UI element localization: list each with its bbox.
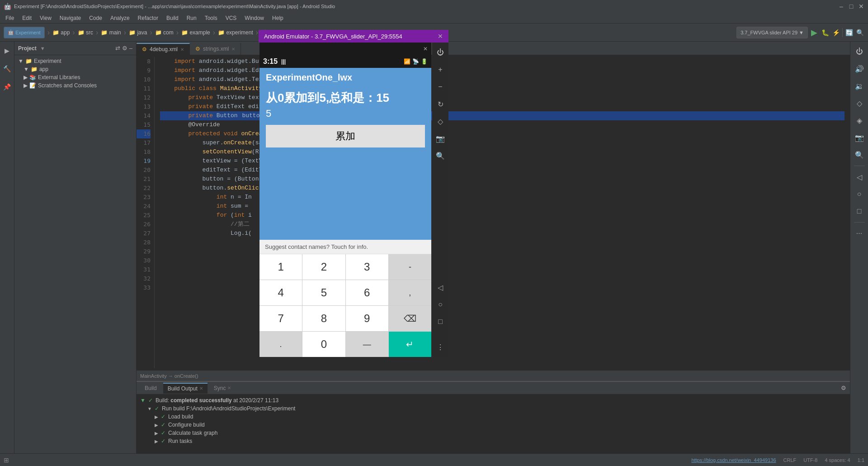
experiment-nav-breadcrumb[interactable]: 📁 experiment: [218, 29, 253, 36]
close-button[interactable]: ✕: [858, 3, 864, 10]
com-breadcrumb[interactable]: 📁 com: [155, 29, 174, 36]
settings-icon[interactable]: ⚙: [122, 45, 127, 52]
key-0[interactable]: 0: [302, 332, 345, 357]
emu-rotate-icon[interactable]: ↻: [434, 98, 447, 110]
menu-edit[interactable]: Edit: [19, 14, 35, 22]
more-icon[interactable]: ···: [853, 227, 866, 240]
sync-close[interactable]: ✕: [227, 385, 231, 390]
rotate-icon[interactable]: ◇: [853, 97, 866, 109]
tree-scratches[interactable]: ▶ 📝 Scratches and Consoles: [14, 81, 136, 90]
zoom-in-icon[interactable]: 🔍: [853, 148, 866, 161]
emu-power-icon[interactable]: ⏻: [434, 46, 447, 59]
settings-bottom-icon[interactable]: ⚙: [841, 385, 846, 391]
build-output-close[interactable]: ✕: [199, 386, 203, 391]
camera-icon[interactable]: 📷: [853, 131, 866, 144]
volume-up-icon[interactable]: 🔊: [853, 62, 866, 75]
key-enter[interactable]: ↵: [389, 332, 431, 357]
key-4[interactable]: 4: [259, 280, 302, 305]
menu-code[interactable]: Code: [85, 14, 106, 22]
tree-external-libs[interactable]: ▶ 📚 External Libraries: [14, 73, 136, 81]
key-6[interactable]: 6: [346, 280, 388, 305]
key-minus[interactable]: -: [389, 254, 431, 280]
main-breadcrumb[interactable]: 📁 main: [101, 29, 121, 36]
sync-project-icon[interactable]: ⇄: [115, 45, 120, 52]
example-breadcrumb[interactable]: 📁 example: [181, 29, 210, 36]
power-icon[interactable]: ⏻: [853, 45, 866, 58]
src-breadcrumb[interactable]: 📁 src: [78, 29, 93, 36]
expand-load-icon[interactable]: ▶: [155, 414, 158, 419]
key-5[interactable]: 5: [302, 280, 345, 305]
tab-build-output[interactable]: Build Output ✕: [163, 383, 208, 394]
emulator-device-x[interactable]: ✕: [423, 46, 428, 52]
tab-4debug[interactable]: ⚙ 4debug.xml ✕: [137, 43, 190, 55]
menu-vcs[interactable]: VCS: [222, 14, 241, 22]
experiment-breadcrumb[interactable]: 🤖 Experiment: [4, 27, 45, 38]
expand-run-icon[interactable]: ▼: [147, 406, 152, 411]
sync-button[interactable]: 🔄: [844, 28, 854, 37]
run-button[interactable]: ▶: [810, 28, 819, 37]
device-selector[interactable]: 3.7_FWVGA slider API 29 ▼: [736, 27, 808, 38]
expand-calc-icon[interactable]: ▶: [155, 431, 158, 436]
maximize-button[interactable]: □: [848, 3, 854, 10]
minimize-button[interactable]: –: [838, 3, 844, 10]
menu-navigate[interactable]: Navigate: [56, 14, 85, 22]
tab-strings[interactable]: ⚙ strings.xml ✕: [190, 43, 241, 55]
emu-more-icon[interactable]: ⋮: [434, 341, 447, 353]
emu-erase-icon[interactable]: ◇: [434, 115, 447, 128]
key-underscore[interactable]: —: [346, 332, 388, 357]
menu-file[interactable]: File: [2, 14, 18, 22]
app-cumulate-button[interactable]: 累加: [266, 125, 425, 147]
emu-zoom-icon[interactable]: 🔍: [434, 149, 447, 162]
emu-square-icon[interactable]: □: [434, 315, 447, 328]
key-2[interactable]: 2: [302, 254, 345, 280]
search-toolbar-button[interactable]: 🔍: [855, 28, 864, 37]
build-icon[interactable]: 🔨: [2, 63, 13, 74]
tab-close-4debug[interactable]: ✕: [180, 47, 184, 52]
volume-down-icon[interactable]: 🔉: [853, 80, 866, 92]
tree-app[interactable]: ▼ 📁 app: [14, 65, 136, 73]
square-icon[interactable]: □: [853, 205, 866, 218]
menu-analyze[interactable]: Analyze: [107, 14, 133, 22]
code-editor[interactable]: 8 9 10 11 12 13 14 15 16 17 18 19 20 21 …: [137, 55, 850, 370]
app-breadcrumb[interactable]: 📁 app: [52, 29, 70, 36]
expand-tasks-icon[interactable]: ▶: [155, 439, 158, 444]
tab-close-strings[interactable]: ✕: [231, 47, 235, 52]
menu-run[interactable]: Run: [183, 14, 200, 22]
emu-home-icon[interactable]: ○: [434, 298, 447, 311]
key-3[interactable]: 3: [346, 254, 388, 280]
menu-tools[interactable]: Tools: [201, 14, 221, 22]
menu-build[interactable]: Build: [163, 14, 182, 22]
menu-refactor[interactable]: Refactor: [134, 14, 162, 22]
key-comma[interactable]: ,: [389, 280, 431, 305]
status-link[interactable]: https://blog.csdn.net/weixin_44949136: [691, 457, 776, 463]
project-dropdown[interactable]: ▼: [40, 46, 45, 51]
key-1[interactable]: 1: [259, 254, 302, 280]
emu-back-icon[interactable]: ◁: [434, 281, 447, 294]
key-dot[interactable]: .: [259, 332, 302, 357]
tree-experiment[interactable]: ▼ 📁 Experiment: [14, 57, 136, 65]
menu-window[interactable]: Window: [241, 14, 268, 22]
emu-vol-down-icon[interactable]: −: [434, 81, 447, 93]
key-9[interactable]: 9: [346, 306, 388, 331]
expand-configure-icon[interactable]: ▶: [155, 423, 158, 428]
tab-build[interactable]: Build: [140, 383, 161, 394]
home-icon[interactable]: ○: [853, 188, 866, 200]
minimize-panel-icon[interactable]: –: [129, 45, 132, 52]
tab-sync[interactable]: Sync ✕: [209, 383, 236, 394]
emulator-close-button[interactable]: ✕: [438, 33, 443, 40]
run-icon[interactable]: ▶: [2, 45, 13, 56]
profile-button[interactable]: ⚡: [831, 28, 840, 37]
key-7[interactable]: 7: [259, 306, 302, 331]
emu-camera-icon[interactable]: 📷: [434, 132, 447, 145]
java-breadcrumb[interactable]: 📁 java: [129, 29, 147, 36]
back-icon[interactable]: ◁: [853, 171, 866, 183]
emu-vol-up-icon[interactable]: +: [434, 63, 447, 76]
menu-view[interactable]: View: [36, 14, 55, 22]
key-8[interactable]: 8: [302, 306, 345, 331]
key-backspace[interactable]: ⌫: [389, 306, 431, 331]
build-load-text: Load build: [168, 414, 193, 420]
debug-button[interactable]: 🐛: [821, 28, 830, 37]
eraser-icon[interactable]: ◈: [853, 114, 866, 127]
pin-icon[interactable]: 📌: [2, 81, 13, 92]
menu-help[interactable]: Help: [269, 14, 287, 22]
